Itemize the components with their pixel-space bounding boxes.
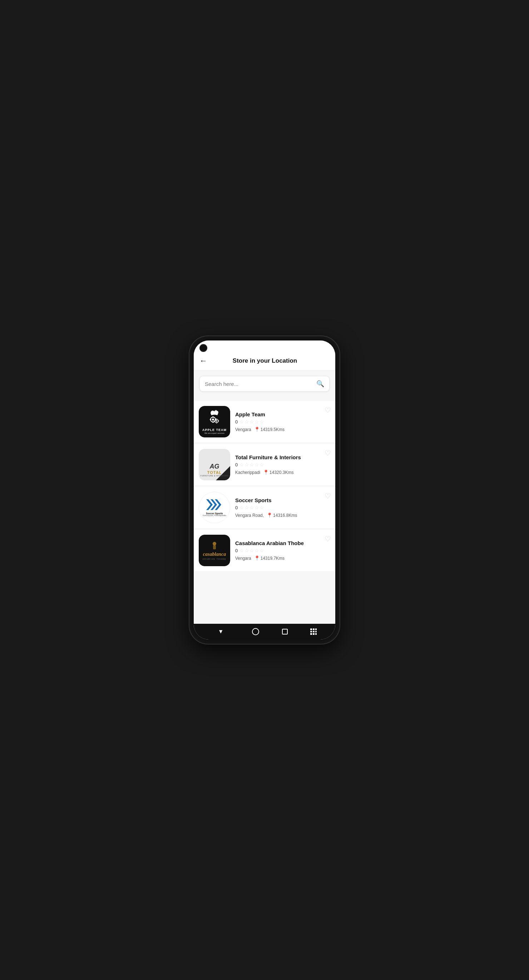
store-list: APPLE TEAM We are expert services Apple … — [194, 397, 335, 624]
favorite-button-casablanca[interactable]: ♡ — [324, 535, 331, 543]
back-button[interactable]: ← — [199, 355, 210, 367]
favorite-button-apple-team[interactable]: ♡ — [324, 406, 331, 415]
svg-marker-12 — [206, 499, 213, 510]
total-name-logo: TOTAL — [207, 470, 222, 475]
search-input[interactable] — [205, 381, 316, 387]
svg-point-15 — [213, 542, 216, 546]
search-icon[interactable]: 🔍 — [316, 380, 324, 388]
status-bar — [194, 340, 335, 352]
favorite-button-soccer-sports[interactable]: ♡ — [324, 492, 331, 500]
page-title: Store in your Location — [210, 357, 330, 364]
svg-rect-8 — [216, 418, 217, 420]
store-name-apple-team: Apple Team — [235, 411, 320, 417]
svg-rect-3 — [213, 421, 214, 423]
total-ag-logo: AG — [210, 463, 219, 470]
apple-team-sublabel: We are expert services — [205, 432, 224, 434]
store-logo-casablanca: casablanca ARABIAN THOBE — [199, 535, 230, 566]
store-card-total-furniture[interactable]: AG TOTAL FURNITURE & INTERIORS Total Fur… — [194, 444, 335, 485]
pin-icon: 📍 — [254, 427, 260, 432]
svg-rect-11 — [218, 420, 219, 421]
nav-home-button[interactable] — [252, 628, 259, 635]
stars-casablanca: 0 ☆☆☆☆☆ — [235, 547, 320, 553]
svg-rect-9 — [216, 422, 217, 423]
bottom-navigation: ▼ — [194, 624, 335, 640]
stars-apple-team: 0 ☆☆☆☆☆ — [235, 419, 320, 425]
search-container: 🔍 — [194, 371, 335, 397]
store-logo-apple-team: APPLE TEAM We are expert services — [199, 406, 230, 438]
soccer-sub-logo: Kunnumpuram, Parambilpeedika — [203, 515, 226, 517]
svg-rect-2 — [213, 416, 214, 418]
pin-icon: 📍 — [254, 555, 260, 561]
header: ← Store in your Location — [194, 352, 335, 371]
pin-icon: 📍 — [267, 512, 272, 518]
store-info-apple-team: Apple Team 0 ☆☆☆☆☆ Vengara 📍 14319.5Kms — [235, 411, 330, 432]
store-location-apple-team: Vengara — [235, 427, 251, 432]
store-card-casablanca[interactable]: casablanca ARABIAN THOBE Casablanca Arab… — [194, 530, 335, 571]
store-distance-total-furniture: 📍 14320.3Kms — [263, 469, 294, 475]
store-meta-apple-team: Vengara 📍 14319.5Kms — [235, 427, 320, 432]
nav-grid-button[interactable] — [310, 628, 317, 635]
search-box: 🔍 — [199, 376, 330, 391]
phone-frame: ← Store in your Location 🔍 — [189, 336, 340, 644]
soccer-text-logo: Soccer Sports — [206, 512, 223, 515]
store-info-casablanca: Casablanca Arabian Thobe 0 ☆☆☆☆☆ Vengara… — [235, 540, 330, 561]
svg-point-7 — [216, 420, 217, 422]
store-meta-soccer-sports: Vengara Road, 📍 14316.8Kms — [235, 512, 320, 518]
camera-dot — [199, 344, 207, 352]
stars-soccer-sports: 0 ☆☆☆☆☆ — [235, 505, 320, 511]
phone-screen: ← Store in your Location 🔍 — [194, 340, 335, 640]
store-info-soccer-sports: Soccer Sports 0 ☆☆☆☆☆ Vengara Road, 📍 14… — [235, 497, 330, 518]
store-card-apple-team[interactable]: APPLE TEAM We are expert services Apple … — [194, 401, 335, 442]
stars-total-furniture: 0 ☆☆☆☆☆ — [235, 462, 320, 468]
store-name-total-furniture: Total Furniture & Interiors — [235, 454, 320, 460]
pin-icon: 📍 — [263, 469, 269, 475]
store-card-soccer-sports[interactable]: Soccer Sports Kunnumpuram, Parambilpeedi… — [194, 487, 335, 528]
svg-point-1 — [212, 418, 214, 421]
store-distance-apple-team: 📍 14319.5Kms — [254, 427, 284, 432]
store-name-casablanca: Casablanca Arabian Thobe — [235, 540, 320, 546]
store-meta-total-furniture: Kacherippadi 📍 14320.3Kms — [235, 469, 320, 475]
store-name-soccer-sports: Soccer Sports — [235, 497, 320, 503]
total-sub-logo: FURNITURE & INTERIORS — [200, 475, 229, 477]
apple-team-label: APPLE TEAM — [202, 428, 227, 432]
store-logo-soccer-sports: Soccer Sports Kunnumpuram, Parambilpeedi… — [199, 492, 230, 523]
store-distance-soccer-sports: 📍 14316.8Kms — [267, 512, 297, 518]
store-location-total-furniture: Kacherippadi — [235, 470, 260, 475]
soccer-sports-icon — [205, 499, 223, 511]
nav-back-button[interactable]: ▼ — [212, 626, 229, 637]
store-meta-casablanca: Vengara 📍 14319.7Kms — [235, 555, 320, 561]
favorite-button-total-furniture[interactable]: ♡ — [324, 449, 331, 457]
nav-recent-button[interactable] — [282, 629, 288, 635]
soccer-chevrons — [205, 499, 223, 511]
store-logo-total-furniture: AG TOTAL FURNITURE & INTERIORS — [199, 449, 230, 480]
store-info-total-furniture: Total Furniture & Interiors 0 ☆☆☆☆☆ Kach… — [235, 454, 330, 475]
apple-team-icon — [206, 409, 223, 427]
store-distance-casablanca: 📍 14319.7Kms — [254, 555, 284, 561]
casablanca-icon — [204, 541, 225, 552]
svg-rect-10 — [214, 420, 216, 421]
casa-sub-logo: ARABIAN THOBE — [203, 558, 226, 560]
casa-text-logo: casablanca — [203, 552, 226, 557]
svg-rect-16 — [213, 545, 216, 549]
store-location-soccer-sports: Vengara Road, — [235, 513, 264, 518]
store-location-casablanca: Vengara — [235, 556, 251, 561]
svg-rect-4 — [210, 419, 211, 420]
